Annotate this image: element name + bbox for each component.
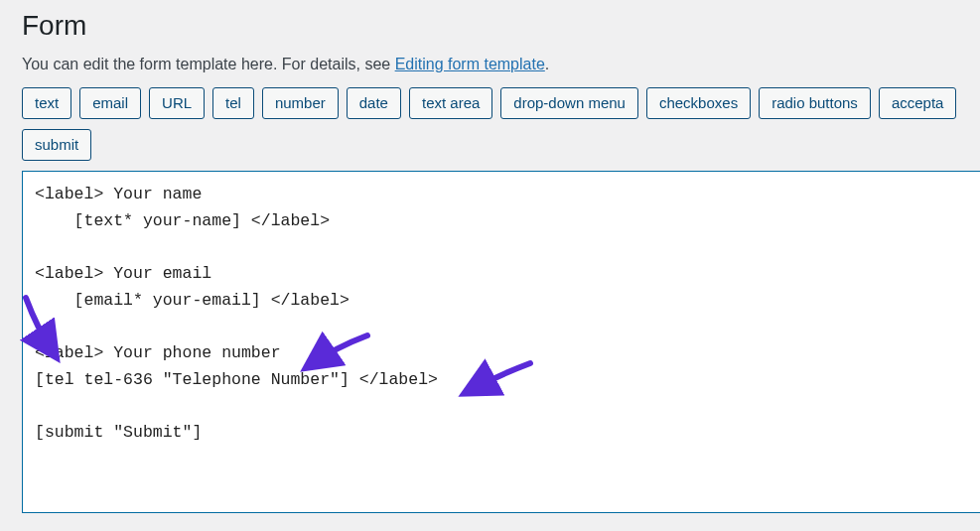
tag-button-dropdown[interactable]: drop-down menu (500, 87, 638, 119)
tag-button-textarea[interactable]: text area (409, 87, 492, 119)
tag-button-email[interactable]: email (79, 87, 141, 119)
tag-button-checkboxes[interactable]: checkboxes (646, 87, 751, 119)
section-heading: Form (22, 10, 980, 42)
intro-prefix: You can edit the form template here. For… (22, 56, 395, 72)
tag-button-url[interactable]: URL (149, 87, 205, 119)
tag-button-tel[interactable]: tel (212, 87, 254, 119)
tag-row-1: text email URL tel number date text area… (22, 87, 980, 119)
tag-button-date[interactable]: date (347, 87, 401, 119)
tag-row-2: submit (22, 129, 980, 161)
tag-button-acceptance[interactable]: accepta (879, 87, 957, 119)
tag-button-number[interactable]: number (262, 87, 339, 119)
tag-button-radio[interactable]: radio buttons (759, 87, 871, 119)
intro-suffix: . (545, 56, 549, 72)
intro-text: You can edit the form template here. For… (22, 56, 980, 73)
intro-link[interactable]: Editing form template (395, 56, 545, 72)
tag-button-text[interactable]: text (22, 87, 71, 119)
tag-button-submit[interactable]: submit (22, 129, 91, 161)
form-template-editor[interactable]: <label> Your name [text* your-name] </la… (22, 171, 980, 513)
